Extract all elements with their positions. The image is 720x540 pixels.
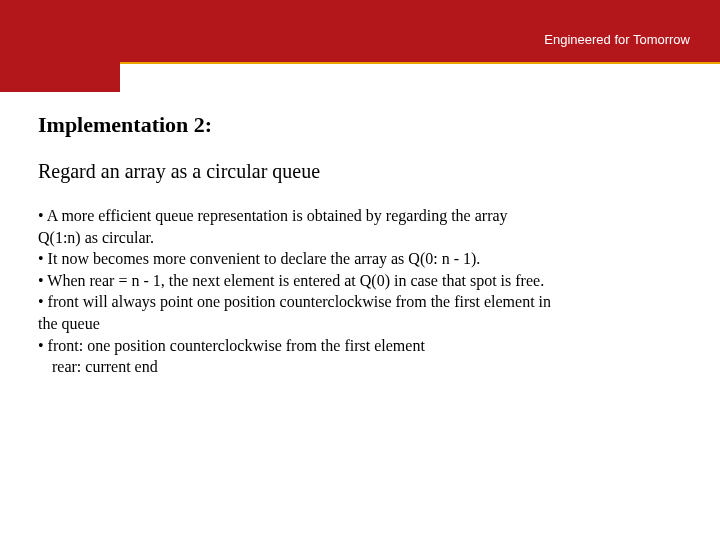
bullet-line: • front will always point one position c… bbox=[38, 291, 686, 313]
bullet-line: • It now becomes more convenient to decl… bbox=[38, 248, 686, 270]
bullet-line: • When rear = n - 1, the next element is… bbox=[38, 270, 686, 292]
content-area: Implementation 2: Regard an array as a c… bbox=[38, 112, 686, 378]
bullet-line: • A more efficient queue representation … bbox=[38, 205, 686, 227]
slide-subheading: Regard an array as a circular queue bbox=[38, 160, 686, 183]
bullet-list: • A more efficient queue representation … bbox=[38, 205, 686, 378]
bullet-line: Q(1:n) as circular. bbox=[38, 227, 686, 249]
bullet-line: • front: one position counterclockwise f… bbox=[38, 335, 686, 357]
corner-block bbox=[0, 0, 120, 92]
slide-heading: Implementation 2: bbox=[38, 112, 686, 138]
bullet-line: rear: current end bbox=[38, 356, 686, 378]
slide: Engineered for Tomorrow Implementation 2… bbox=[0, 0, 720, 540]
bullet-line: the queue bbox=[38, 313, 686, 335]
tagline: Engineered for Tomorrow bbox=[544, 32, 690, 47]
